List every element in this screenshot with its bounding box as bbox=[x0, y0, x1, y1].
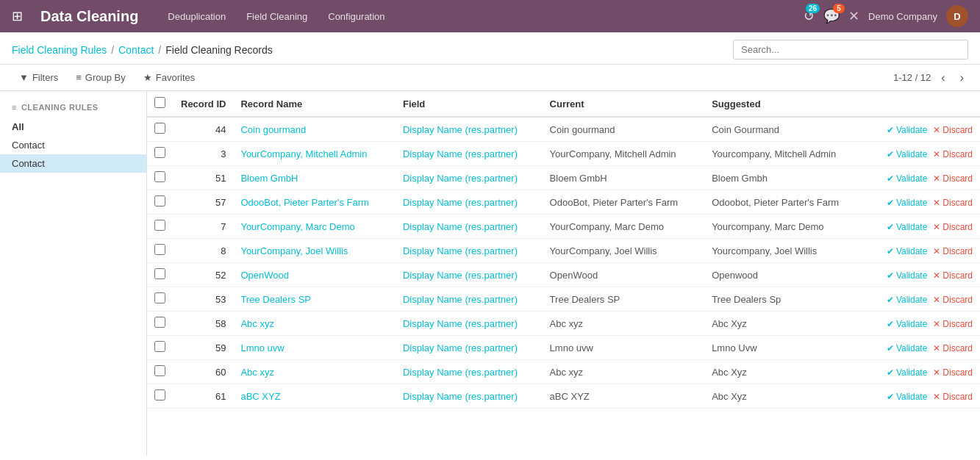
settings-icon[interactable]: ✕ bbox=[848, 8, 859, 24]
row-checkbox[interactable] bbox=[154, 195, 165, 206]
discard-button[interactable]: ✕ Discard bbox=[933, 319, 973, 329]
sidebar-item-all[interactable]: All bbox=[0, 118, 146, 136]
validate-button[interactable]: ✔ Validate bbox=[887, 343, 928, 353]
row-actions: ✔ Validate ✕ Discard bbox=[865, 263, 980, 287]
breadcrumb-sep-1: / bbox=[111, 44, 114, 56]
discard-button[interactable]: ✕ Discard bbox=[933, 295, 973, 305]
row-name[interactable]: YourCompany, Marc Demo bbox=[233, 215, 396, 239]
row-checkbox[interactable] bbox=[154, 147, 165, 158]
row-checkbox-cell bbox=[147, 360, 174, 384]
nav-links: Deduplication Field Cleaning Configurati… bbox=[160, 8, 789, 25]
validate-button[interactable]: ✔ Validate bbox=[887, 198, 928, 208]
row-checkbox[interactable] bbox=[154, 244, 165, 255]
discard-button[interactable]: ✕ Discard bbox=[933, 149, 973, 159]
row-name[interactable]: YourCompany, Mitchell Admin bbox=[233, 142, 396, 166]
row-name[interactable]: aBC XYZ bbox=[233, 384, 396, 409]
row-checkbox[interactable] bbox=[154, 389, 165, 400]
discard-button[interactable]: ✕ Discard bbox=[933, 198, 973, 208]
discard-button[interactable]: ✕ Discard bbox=[933, 173, 973, 184]
discard-button[interactable]: ✕ Discard bbox=[933, 392, 973, 402]
discard-button[interactable]: ✕ Discard bbox=[933, 343, 973, 353]
row-checkbox-cell bbox=[147, 117, 174, 142]
table-header-row: Record ID Record Name Field Current Sugg… bbox=[147, 91, 980, 117]
discard-button[interactable]: ✕ Discard bbox=[933, 222, 973, 232]
row-suggested: Abc Xyz bbox=[704, 384, 865, 409]
row-actions: ✔ Validate ✕ Discard bbox=[865, 336, 980, 360]
discard-button[interactable]: ✕ Discard bbox=[933, 367, 973, 378]
pagination-prev[interactable]: ‹ bbox=[937, 70, 949, 86]
table-row: 8 YourCompany, Joel Willis Display Name … bbox=[147, 239, 980, 263]
discard-button[interactable]: ✕ Discard bbox=[933, 270, 973, 281]
row-name[interactable]: OdooBot, Pieter Parter's Farm bbox=[233, 190, 396, 215]
row-field: Display Name (res.partner) bbox=[396, 287, 543, 312]
header-current: Current bbox=[543, 91, 705, 117]
row-checkbox[interactable] bbox=[154, 123, 165, 134]
validate-button[interactable]: ✔ Validate bbox=[887, 392, 928, 402]
table-row: 3 YourCompany, Mitchell Admin Display Na… bbox=[147, 142, 980, 166]
row-checkbox-cell bbox=[147, 312, 174, 336]
row-id: 58 bbox=[174, 312, 233, 336]
row-field: Display Name (res.partner) bbox=[396, 117, 543, 142]
discard-button[interactable]: ✕ Discard bbox=[933, 246, 973, 256]
row-id: 44 bbox=[174, 117, 233, 142]
row-suggested: Yourcompany, Joel Willis bbox=[704, 239, 865, 263]
row-checkbox[interactable] bbox=[154, 268, 165, 279]
row-name[interactable]: YourCompany, Joel Willis bbox=[233, 239, 396, 263]
row-name[interactable]: Abc xyz bbox=[233, 360, 396, 384]
activity-badge-btn[interactable]: ↺ 26 bbox=[804, 8, 815, 24]
groupby-button[interactable]: ≡ Group By bbox=[68, 69, 133, 86]
breadcrumb-field-cleaning-rules[interactable]: Field Cleaning Rules bbox=[12, 44, 107, 56]
search-input[interactable] bbox=[733, 40, 968, 60]
company-name[interactable]: Demo Company bbox=[868, 11, 937, 22]
validate-button[interactable]: ✔ Validate bbox=[887, 149, 928, 159]
validate-button[interactable]: ✔ Validate bbox=[887, 295, 928, 305]
row-checkbox[interactable] bbox=[154, 365, 165, 376]
row-suggested: Coin Gourmand bbox=[704, 117, 865, 142]
row-name[interactable]: Coin gourmand bbox=[233, 117, 396, 142]
favorites-button[interactable]: ★ Favorites bbox=[136, 69, 202, 86]
row-name[interactable]: Bloem GmbH bbox=[233, 166, 396, 190]
breadcrumb-contact[interactable]: Contact bbox=[118, 44, 154, 56]
filters-button[interactable]: ▼ Filters bbox=[12, 69, 65, 86]
row-checkbox[interactable] bbox=[154, 317, 165, 328]
sidebar-item-contact-1[interactable]: Contact bbox=[0, 136, 146, 154]
row-field: Display Name (res.partner) bbox=[396, 336, 543, 360]
validate-button[interactable]: ✔ Validate bbox=[887, 367, 928, 378]
row-suggested: Yourcompany, Mitchell Admin bbox=[704, 142, 865, 166]
select-all-checkbox[interactable] bbox=[154, 97, 165, 108]
user-avatar[interactable]: D bbox=[946, 5, 968, 27]
row-name[interactable]: Lmno uvw bbox=[233, 336, 396, 360]
nav-field-cleaning[interactable]: Field Cleaning bbox=[239, 8, 315, 25]
filter-icon: ▼ bbox=[19, 72, 29, 83]
validate-button[interactable]: ✔ Validate bbox=[887, 246, 928, 256]
validate-button[interactable]: ✔ Validate bbox=[887, 173, 928, 184]
row-id: 60 bbox=[174, 360, 233, 384]
message-badge-btn[interactable]: 💬 5 bbox=[823, 8, 840, 24]
row-suggested: Tree Dealers Sp bbox=[704, 287, 865, 312]
validate-button[interactable]: ✔ Validate bbox=[887, 125, 928, 135]
validate-button[interactable]: ✔ Validate bbox=[887, 270, 928, 281]
row-name[interactable]: OpenWood bbox=[233, 263, 396, 287]
row-suggested: Openwood bbox=[704, 263, 865, 287]
validate-button[interactable]: ✔ Validate bbox=[887, 222, 928, 232]
row-checkbox[interactable] bbox=[154, 220, 165, 231]
validate-button[interactable]: ✔ Validate bbox=[887, 319, 928, 329]
row-checkbox-cell bbox=[147, 166, 174, 190]
pagination-next[interactable]: › bbox=[956, 70, 968, 86]
discard-button[interactable]: ✕ Discard bbox=[933, 125, 973, 135]
row-checkbox[interactable] bbox=[154, 171, 165, 182]
activity-count: 26 bbox=[806, 4, 820, 13]
nav-configuration[interactable]: Configuration bbox=[321, 8, 392, 25]
row-checkbox[interactable] bbox=[154, 292, 165, 303]
row-name[interactable]: Tree Dealers SP bbox=[233, 287, 396, 312]
row-actions: ✔ Validate ✕ Discard bbox=[865, 384, 980, 409]
row-field: Display Name (res.partner) bbox=[396, 312, 543, 336]
sidebar-item-contact-2[interactable]: Contact bbox=[0, 154, 146, 173]
row-checkbox[interactable] bbox=[154, 341, 165, 352]
row-name[interactable]: Abc xyz bbox=[233, 312, 396, 336]
grid-menu-icon[interactable]: ⊞ bbox=[12, 8, 23, 24]
row-field: Display Name (res.partner) bbox=[396, 215, 543, 239]
row-current: OdooBot, Pieter Parter's Farm bbox=[543, 190, 705, 215]
nav-deduplication[interactable]: Deduplication bbox=[160, 8, 233, 25]
row-current: Bloem GmbH bbox=[543, 166, 705, 190]
